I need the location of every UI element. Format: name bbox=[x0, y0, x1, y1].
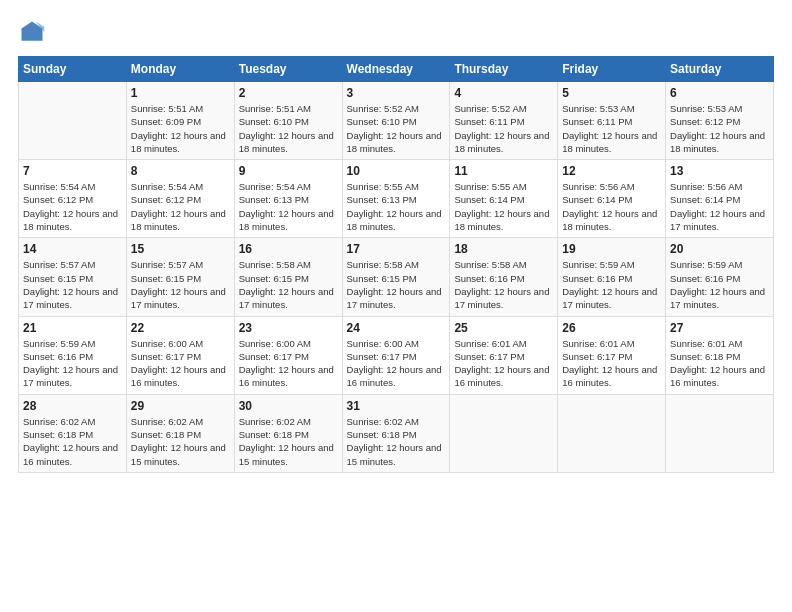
day-info: Sunrise: 5:59 AM Sunset: 6:16 PM Dayligh… bbox=[23, 337, 122, 390]
col-header-saturday: Saturday bbox=[666, 57, 774, 82]
calendar-cell: 28Sunrise: 6:02 AM Sunset: 6:18 PM Dayli… bbox=[19, 394, 127, 472]
day-number: 31 bbox=[347, 399, 446, 413]
day-number: 8 bbox=[131, 164, 230, 178]
calendar-cell: 13Sunrise: 5:56 AM Sunset: 6:14 PM Dayli… bbox=[666, 160, 774, 238]
day-info: Sunrise: 5:54 AM Sunset: 6:12 PM Dayligh… bbox=[23, 180, 122, 233]
day-info: Sunrise: 5:58 AM Sunset: 6:16 PM Dayligh… bbox=[454, 258, 553, 311]
calendar-cell: 16Sunrise: 5:58 AM Sunset: 6:15 PM Dayli… bbox=[234, 238, 342, 316]
calendar-cell: 9Sunrise: 5:54 AM Sunset: 6:13 PM Daylig… bbox=[234, 160, 342, 238]
day-info: Sunrise: 5:52 AM Sunset: 6:11 PM Dayligh… bbox=[454, 102, 553, 155]
day-info: Sunrise: 5:53 AM Sunset: 6:12 PM Dayligh… bbox=[670, 102, 769, 155]
day-number: 4 bbox=[454, 86, 553, 100]
day-number: 12 bbox=[562, 164, 661, 178]
day-info: Sunrise: 5:55 AM Sunset: 6:14 PM Dayligh… bbox=[454, 180, 553, 233]
calendar-cell: 31Sunrise: 6:02 AM Sunset: 6:18 PM Dayli… bbox=[342, 394, 450, 472]
day-number: 2 bbox=[239, 86, 338, 100]
calendar-cell: 23Sunrise: 6:00 AM Sunset: 6:17 PM Dayli… bbox=[234, 316, 342, 394]
calendar-cell: 21Sunrise: 5:59 AM Sunset: 6:16 PM Dayli… bbox=[19, 316, 127, 394]
day-info: Sunrise: 5:58 AM Sunset: 6:15 PM Dayligh… bbox=[239, 258, 338, 311]
week-row-4: 28Sunrise: 6:02 AM Sunset: 6:18 PM Dayli… bbox=[19, 394, 774, 472]
calendar-cell bbox=[666, 394, 774, 472]
day-info: Sunrise: 5:54 AM Sunset: 6:13 PM Dayligh… bbox=[239, 180, 338, 233]
week-row-0: 1Sunrise: 5:51 AM Sunset: 6:09 PM Daylig… bbox=[19, 82, 774, 160]
day-number: 17 bbox=[347, 242, 446, 256]
day-info: Sunrise: 5:51 AM Sunset: 6:09 PM Dayligh… bbox=[131, 102, 230, 155]
calendar-cell: 1Sunrise: 5:51 AM Sunset: 6:09 PM Daylig… bbox=[126, 82, 234, 160]
day-info: Sunrise: 5:58 AM Sunset: 6:15 PM Dayligh… bbox=[347, 258, 446, 311]
page: SundayMondayTuesdayWednesdayThursdayFrid… bbox=[0, 0, 792, 612]
day-info: Sunrise: 5:57 AM Sunset: 6:15 PM Dayligh… bbox=[131, 258, 230, 311]
day-info: Sunrise: 6:01 AM Sunset: 6:17 PM Dayligh… bbox=[454, 337, 553, 390]
day-info: Sunrise: 5:51 AM Sunset: 6:10 PM Dayligh… bbox=[239, 102, 338, 155]
calendar-cell bbox=[19, 82, 127, 160]
day-info: Sunrise: 6:00 AM Sunset: 6:17 PM Dayligh… bbox=[131, 337, 230, 390]
col-header-thursday: Thursday bbox=[450, 57, 558, 82]
day-number: 22 bbox=[131, 321, 230, 335]
calendar-cell: 19Sunrise: 5:59 AM Sunset: 6:16 PM Dayli… bbox=[558, 238, 666, 316]
col-header-friday: Friday bbox=[558, 57, 666, 82]
calendar-cell: 10Sunrise: 5:55 AM Sunset: 6:13 PM Dayli… bbox=[342, 160, 450, 238]
week-row-3: 21Sunrise: 5:59 AM Sunset: 6:16 PM Dayli… bbox=[19, 316, 774, 394]
day-number: 18 bbox=[454, 242, 553, 256]
calendar-cell: 18Sunrise: 5:58 AM Sunset: 6:16 PM Dayli… bbox=[450, 238, 558, 316]
calendar-cell: 7Sunrise: 5:54 AM Sunset: 6:12 PM Daylig… bbox=[19, 160, 127, 238]
header bbox=[18, 18, 774, 46]
day-info: Sunrise: 5:56 AM Sunset: 6:14 PM Dayligh… bbox=[562, 180, 661, 233]
week-row-1: 7Sunrise: 5:54 AM Sunset: 6:12 PM Daylig… bbox=[19, 160, 774, 238]
calendar-cell: 3Sunrise: 5:52 AM Sunset: 6:10 PM Daylig… bbox=[342, 82, 450, 160]
day-info: Sunrise: 6:00 AM Sunset: 6:17 PM Dayligh… bbox=[347, 337, 446, 390]
col-header-wednesday: Wednesday bbox=[342, 57, 450, 82]
calendar-cell: 25Sunrise: 6:01 AM Sunset: 6:17 PM Dayli… bbox=[450, 316, 558, 394]
col-header-monday: Monday bbox=[126, 57, 234, 82]
calendar-cell: 15Sunrise: 5:57 AM Sunset: 6:15 PM Dayli… bbox=[126, 238, 234, 316]
day-info: Sunrise: 6:02 AM Sunset: 6:18 PM Dayligh… bbox=[347, 415, 446, 468]
day-number: 14 bbox=[23, 242, 122, 256]
calendar-cell: 14Sunrise: 5:57 AM Sunset: 6:15 PM Dayli… bbox=[19, 238, 127, 316]
calendar-cell: 26Sunrise: 6:01 AM Sunset: 6:17 PM Dayli… bbox=[558, 316, 666, 394]
calendar-cell: 6Sunrise: 5:53 AM Sunset: 6:12 PM Daylig… bbox=[666, 82, 774, 160]
day-info: Sunrise: 5:54 AM Sunset: 6:12 PM Dayligh… bbox=[131, 180, 230, 233]
calendar-cell: 4Sunrise: 5:52 AM Sunset: 6:11 PM Daylig… bbox=[450, 82, 558, 160]
day-number: 6 bbox=[670, 86, 769, 100]
day-number: 16 bbox=[239, 242, 338, 256]
day-number: 20 bbox=[670, 242, 769, 256]
day-number: 9 bbox=[239, 164, 338, 178]
day-number: 23 bbox=[239, 321, 338, 335]
day-info: Sunrise: 5:59 AM Sunset: 6:16 PM Dayligh… bbox=[670, 258, 769, 311]
calendar-cell: 30Sunrise: 6:02 AM Sunset: 6:18 PM Dayli… bbox=[234, 394, 342, 472]
day-number: 5 bbox=[562, 86, 661, 100]
logo bbox=[18, 18, 50, 46]
day-number: 10 bbox=[347, 164, 446, 178]
day-info: Sunrise: 6:00 AM Sunset: 6:17 PM Dayligh… bbox=[239, 337, 338, 390]
col-header-sunday: Sunday bbox=[19, 57, 127, 82]
day-number: 11 bbox=[454, 164, 553, 178]
calendar-cell bbox=[558, 394, 666, 472]
day-info: Sunrise: 6:02 AM Sunset: 6:18 PM Dayligh… bbox=[23, 415, 122, 468]
day-number: 21 bbox=[23, 321, 122, 335]
week-row-2: 14Sunrise: 5:57 AM Sunset: 6:15 PM Dayli… bbox=[19, 238, 774, 316]
calendar-cell: 24Sunrise: 6:00 AM Sunset: 6:17 PM Dayli… bbox=[342, 316, 450, 394]
day-number: 3 bbox=[347, 86, 446, 100]
day-number: 29 bbox=[131, 399, 230, 413]
day-number: 28 bbox=[23, 399, 122, 413]
day-info: Sunrise: 5:52 AM Sunset: 6:10 PM Dayligh… bbox=[347, 102, 446, 155]
day-info: Sunrise: 5:56 AM Sunset: 6:14 PM Dayligh… bbox=[670, 180, 769, 233]
calendar-table: SundayMondayTuesdayWednesdayThursdayFrid… bbox=[18, 56, 774, 473]
day-info: Sunrise: 6:01 AM Sunset: 6:18 PM Dayligh… bbox=[670, 337, 769, 390]
calendar-cell: 11Sunrise: 5:55 AM Sunset: 6:14 PM Dayli… bbox=[450, 160, 558, 238]
calendar-cell: 22Sunrise: 6:00 AM Sunset: 6:17 PM Dayli… bbox=[126, 316, 234, 394]
calendar-cell: 2Sunrise: 5:51 AM Sunset: 6:10 PM Daylig… bbox=[234, 82, 342, 160]
day-info: Sunrise: 6:02 AM Sunset: 6:18 PM Dayligh… bbox=[131, 415, 230, 468]
day-number: 24 bbox=[347, 321, 446, 335]
day-info: Sunrise: 5:57 AM Sunset: 6:15 PM Dayligh… bbox=[23, 258, 122, 311]
day-number: 27 bbox=[670, 321, 769, 335]
calendar-cell: 5Sunrise: 5:53 AM Sunset: 6:11 PM Daylig… bbox=[558, 82, 666, 160]
calendar-cell: 20Sunrise: 5:59 AM Sunset: 6:16 PM Dayli… bbox=[666, 238, 774, 316]
day-number: 30 bbox=[239, 399, 338, 413]
day-info: Sunrise: 5:53 AM Sunset: 6:11 PM Dayligh… bbox=[562, 102, 661, 155]
day-info: Sunrise: 6:01 AM Sunset: 6:17 PM Dayligh… bbox=[562, 337, 661, 390]
day-info: Sunrise: 5:55 AM Sunset: 6:13 PM Dayligh… bbox=[347, 180, 446, 233]
header-row: SundayMondayTuesdayWednesdayThursdayFrid… bbox=[19, 57, 774, 82]
col-header-tuesday: Tuesday bbox=[234, 57, 342, 82]
calendar-cell: 8Sunrise: 5:54 AM Sunset: 6:12 PM Daylig… bbox=[126, 160, 234, 238]
